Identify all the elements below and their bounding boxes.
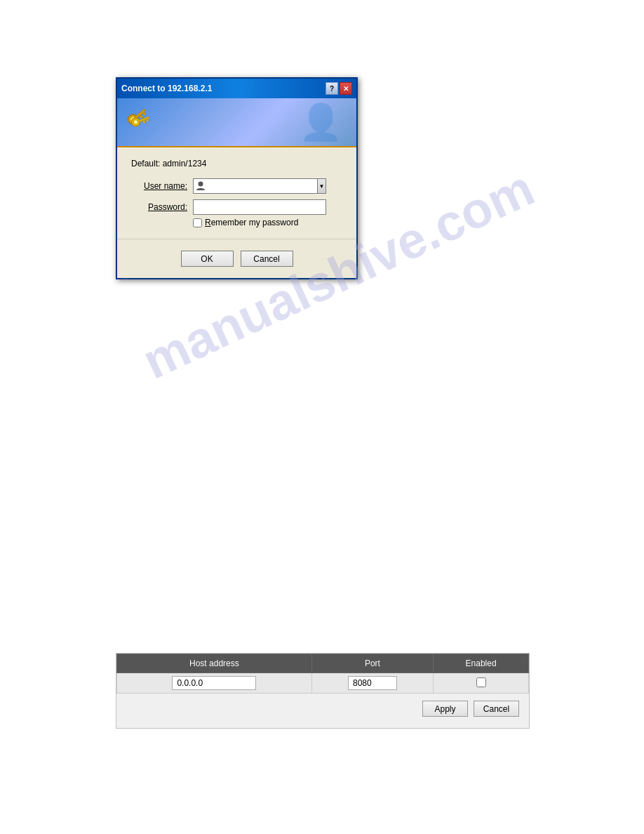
username-input[interactable] [206,179,317,193]
remember-password-row: Remember my password [193,218,342,227]
dialog-header: 👤 [117,98,356,147]
close-button[interactable]: ✕ [340,82,352,95]
port-cell [311,673,433,694]
dialog-footer: OK Cancel [117,239,356,278]
svg-rect-8 [146,119,149,121]
svg-point-10 [199,182,203,187]
enabled-checkbox[interactable] [476,677,486,687]
svg-rect-9 [142,120,145,124]
host-address-input[interactable] [172,676,256,690]
remember-password-label: Remember my password [205,218,298,227]
table-footer: Apply Cancel [116,694,529,717]
user-icon [195,180,206,192]
remember-password-checkbox[interactable] [193,218,202,227]
cancel-button[interactable]: Cancel [474,701,519,717]
username-combo[interactable]: ▼ [193,178,326,194]
help-button[interactable]: ? [326,82,338,95]
port-input[interactable] [348,676,397,690]
proxy-table-section: Host address Port Enabled Apply Cancel [116,653,530,729]
password-label: Password: [131,202,187,212]
connect-dialog: Connect to 192.168.2.1 ? ✕ [116,77,358,279]
dialog-titlebar: Connect to 192.168.2.1 ? ✕ [117,79,356,98]
col-host-address: Host address [117,654,312,673]
dialog-title: Connect to 192.168.2.1 [121,84,212,93]
apply-button[interactable]: Apply [422,701,468,717]
default-credentials-text: Default: admin/1234 [131,159,342,168]
login-form: User name: ▼ Password: [131,178,342,215]
table-row [117,673,529,694]
titlebar-buttons: ? ✕ [326,82,352,95]
host-address-cell [117,673,312,694]
username-label: User name: [131,181,187,191]
password-input[interactable] [193,199,326,215]
col-enabled: Enabled [434,654,529,673]
dialog-cancel-button[interactable]: Cancel [241,251,293,267]
enabled-cell [434,673,529,694]
combo-arrow-icon[interactable]: ▼ [317,179,326,193]
col-port: Port [311,654,433,673]
header-figure: 👤 [299,102,342,143]
password-row: Password: [131,199,342,215]
username-row: User name: ▼ [131,178,342,194]
dialog-body: Default: admin/1234 User name: ▼ [117,147,356,239]
ok-button[interactable]: OK [181,251,234,267]
keys-icon [124,105,159,140]
table-header: Host address Port Enabled [117,654,529,673]
proxy-table: Host address Port Enabled [116,654,529,694]
